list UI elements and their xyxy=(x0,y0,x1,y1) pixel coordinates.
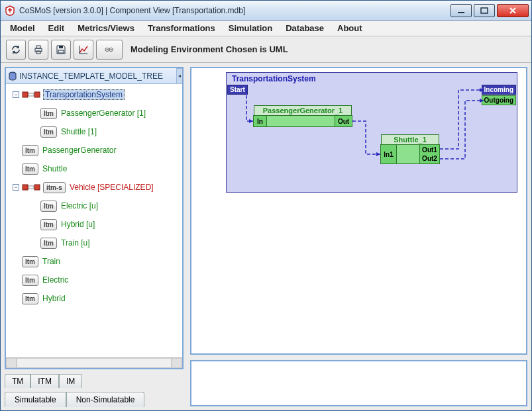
menu-database[interactable]: Database xyxy=(280,22,329,34)
tree-node-label[interactable]: TransportationSystem xyxy=(43,89,125,100)
menubar: Model Edit Metrics/Views Transformations… xyxy=(1,21,531,36)
tree-row[interactable]: ItmTrain xyxy=(7,252,181,271)
svg-rect-6 xyxy=(58,50,64,53)
tree-row[interactable]: ItmElectric [u] xyxy=(7,197,181,215)
model-tree: INSTANCE_TEMPLATE_MODEL_TREE −Transporta… xyxy=(5,67,184,369)
tree-node-label[interactable]: Electric xyxy=(42,275,68,285)
app-icon xyxy=(5,5,15,16)
badge-itm: Itm xyxy=(40,108,57,119)
badge-itm: Itm xyxy=(22,256,38,267)
tree-header: INSTANCE_TEMPLATE_MODEL_TREE xyxy=(6,68,182,84)
tree-row[interactable]: ItmPassengerGenerator xyxy=(7,141,181,160)
tree-body[interactable]: −TransportationSystemItmPassengerGenerat… xyxy=(6,84,182,357)
pin-sh-in[interactable]: In1 xyxy=(381,145,397,163)
simulatable-tabs: Simulatable Non-Simulatable xyxy=(5,391,184,406)
tree-node-label[interactable]: Train xyxy=(42,257,60,266)
menu-about[interactable]: About xyxy=(332,22,368,34)
svg-rect-17 xyxy=(28,186,34,189)
print-button[interactable] xyxy=(28,40,48,60)
tree-node-label[interactable]: PassengerGenerator xyxy=(42,146,116,155)
tree-mode-tabs: TM ITM IM xyxy=(5,373,184,387)
tree-node-label[interactable]: Hybrid [u] xyxy=(61,220,95,229)
chart-button[interactable] xyxy=(74,40,93,60)
tree-node-label[interactable]: Hybrid xyxy=(42,294,66,303)
tree-node-label[interactable]: PassengerGenerator [1] xyxy=(61,109,146,118)
save-button[interactable] xyxy=(51,40,71,60)
tree-row[interactable]: −itm-sVehicle [SPECIALIZED] xyxy=(7,178,181,197)
tab-tm[interactable]: TM xyxy=(5,374,30,388)
svg-point-10 xyxy=(111,49,112,50)
menu-metrics-views[interactable]: Metrics/Views xyxy=(72,22,140,34)
refresh-button[interactable] xyxy=(6,40,26,60)
badge-itm: Itm xyxy=(40,219,57,230)
collapse-handle-icon[interactable] xyxy=(176,68,183,84)
svg-point-8 xyxy=(107,49,108,50)
tree-row[interactable]: −TransportationSystem xyxy=(7,85,181,104)
close-button[interactable] xyxy=(497,4,529,17)
diagram-container[interactable]: TransportationSystem Start Incoming Outg… xyxy=(226,72,517,193)
maximize-button[interactable] xyxy=(474,4,495,17)
database-icon xyxy=(9,71,17,81)
tree-row[interactable]: ItmHybrid xyxy=(7,289,181,308)
pin-pg-out[interactable]: Out xyxy=(335,116,352,126)
badge-itm: Itm xyxy=(22,145,38,156)
port-incoming[interactable]: Incoming xyxy=(482,85,516,95)
tree-toggle-icon[interactable]: − xyxy=(13,91,19,98)
tree-title: INSTANCE_TEMPLATE_MODEL_TREE xyxy=(19,71,163,81)
main-area: INSTANCE_TEMPLATE_MODEL_TREE −Transporta… xyxy=(1,63,531,410)
tree-row[interactable]: ItmTrain [u] xyxy=(7,234,181,252)
vertical-splitter[interactable] xyxy=(185,63,190,410)
settings-button[interactable] xyxy=(96,40,123,60)
pin-pg-in[interactable]: In xyxy=(254,116,267,126)
model-icon xyxy=(22,181,40,193)
port-start[interactable]: Start xyxy=(227,85,248,95)
tree-row[interactable]: ItmShuttle [1] xyxy=(7,122,181,141)
badge-itm: Itm xyxy=(22,293,38,304)
pin-sh-out2[interactable]: Out2 xyxy=(419,154,439,163)
svg-rect-13 xyxy=(34,92,40,97)
tree-row[interactable]: ItmPassengerGenerator [1] xyxy=(7,104,181,122)
svg-rect-14 xyxy=(28,93,34,96)
tree-toggle-icon[interactable]: − xyxy=(13,184,19,191)
tree-row[interactable]: ItmElectric xyxy=(7,271,181,289)
menu-transformations[interactable]: Transformations xyxy=(142,22,221,34)
tree-node-label[interactable]: Shuttle xyxy=(42,164,67,173)
tab-itm[interactable]: ITM xyxy=(30,374,59,388)
toolbar: Modeling Environment Chosen is UML xyxy=(1,36,531,63)
titlebar[interactable]: CoSMoS [version 3.0.0] | Component View … xyxy=(1,1,531,21)
svg-rect-12 xyxy=(23,92,28,97)
block-passenger-generator[interactable]: PassengerGenerator_1 In Out xyxy=(253,115,352,127)
tree-row[interactable]: ItmShuttle xyxy=(7,160,181,178)
tab-simulatable[interactable]: Simulatable xyxy=(5,392,66,407)
badge-itm-s: itm-s xyxy=(43,182,66,193)
model-icon xyxy=(22,89,40,101)
badge-itm: Itm xyxy=(40,201,57,212)
toolbar-status: Modeling Environment Chosen is UML xyxy=(131,44,288,54)
tab-non-simulatable[interactable]: Non-Simulatable xyxy=(66,392,145,407)
diagram-title: TransportationSystem xyxy=(232,74,316,83)
horizontal-splitter[interactable] xyxy=(190,355,527,360)
menu-simulation[interactable]: Simulation xyxy=(223,22,278,34)
svg-rect-5 xyxy=(59,46,63,48)
tree-node-label[interactable]: Vehicle [SPECIALIZED] xyxy=(70,183,154,192)
output-panel[interactable] xyxy=(190,360,527,406)
block-shuttle[interactable]: Shuttle_1 In1 Out1 Out2 xyxy=(380,144,440,164)
tree-hscrollbar[interactable] xyxy=(6,357,182,368)
tree-node-label[interactable]: Shuttle [1] xyxy=(61,127,97,136)
menu-model[interactable]: Model xyxy=(5,22,40,34)
diagram-canvas[interactable]: TransportationSystem Start Incoming Outg… xyxy=(190,67,527,355)
window-title: CoSMoS [version 3.0.0] | Component View … xyxy=(19,6,451,15)
port-outgoing[interactable]: Outgoing xyxy=(482,95,516,105)
tree-row[interactable]: ItmHybrid [u] xyxy=(7,215,181,234)
tab-im[interactable]: IM xyxy=(59,374,82,388)
right-panel: TransportationSystem Start Incoming Outg… xyxy=(190,63,531,410)
svg-rect-15 xyxy=(23,185,28,190)
menu-edit[interactable]: Edit xyxy=(43,22,70,34)
svg-rect-16 xyxy=(34,185,40,190)
tree-node-label[interactable]: Electric [u] xyxy=(61,201,98,210)
badge-itm: Itm xyxy=(40,126,57,138)
svg-rect-1 xyxy=(481,8,488,13)
tree-node-label[interactable]: Train [u] xyxy=(61,238,90,248)
minimize-button[interactable] xyxy=(451,4,472,17)
block-pg-label: PassengerGenerator_1 xyxy=(254,105,352,115)
